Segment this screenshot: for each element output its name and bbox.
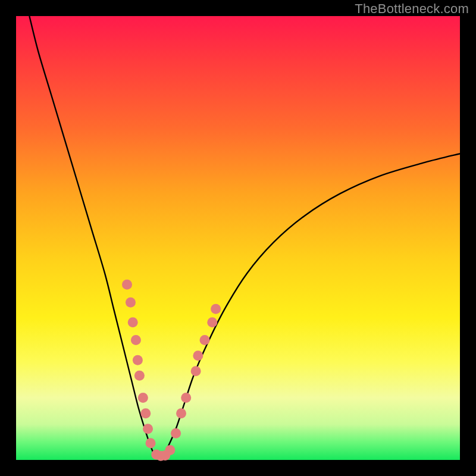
data-marker (126, 298, 136, 308)
data-marker (138, 393, 148, 403)
data-marker (165, 445, 175, 455)
data-marker (128, 317, 138, 327)
data-marker (171, 428, 181, 439)
data-marker (207, 317, 217, 327)
data-marker (134, 371, 145, 381)
data-marker (143, 424, 153, 434)
data-marker (131, 335, 141, 345)
bottleneck-curve (29, 16, 460, 458)
data-marker (176, 408, 186, 418)
data-marker (133, 355, 143, 365)
data-marker (146, 438, 156, 448)
plot-area (16, 16, 460, 460)
marker-layer (122, 280, 221, 461)
chart-svg (16, 16, 460, 460)
data-marker (191, 366, 201, 376)
data-marker (140, 408, 151, 418)
chart-frame: TheBottleneck.com (0, 0, 476, 476)
data-marker (122, 280, 132, 290)
data-marker (200, 335, 210, 345)
data-marker (181, 393, 191, 403)
data-marker (193, 350, 203, 361)
data-marker (211, 304, 221, 314)
watermark-text: TheBottleneck.com (355, 1, 469, 17)
